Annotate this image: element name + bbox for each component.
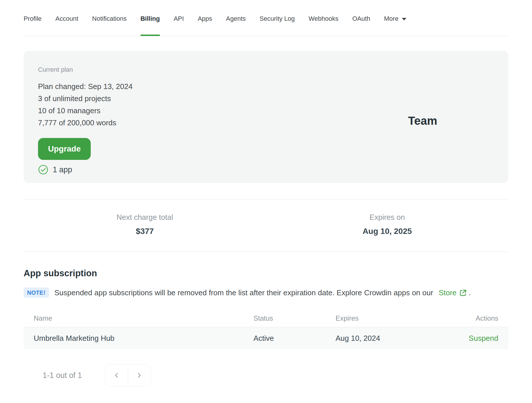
chevron-right-icon — [136, 372, 143, 379]
plan-name: Team — [408, 114, 437, 127]
note-badge: NOTE! — [24, 287, 49, 298]
next-charge-block: Next charge total $377 — [24, 199, 266, 251]
check-circle-icon — [38, 164, 48, 175]
store-link[interactable]: Store — [439, 288, 467, 297]
subscription-name: Umbrella Marketing Hub — [34, 334, 253, 343]
billing-summary: Next charge total $377 Expires on Aug 10… — [24, 199, 508, 252]
pagination: 1-1 out of 1 — [24, 364, 508, 387]
plan-changed-date: Plan changed: Sep 13, 2024 — [38, 80, 494, 92]
tab-notifications[interactable]: Notifications — [92, 15, 127, 36]
next-page-button[interactable] — [128, 364, 150, 386]
tab-api[interactable]: API — [174, 15, 184, 36]
tab-account[interactable]: Account — [55, 15, 78, 36]
prev-page-button[interactable] — [105, 364, 128, 386]
billing-page: Profile Account Notifications Billing AP… — [0, 0, 532, 387]
expires-value: Aug 10, 2025 — [266, 227, 509, 236]
apps-count-label: 1 app — [53, 165, 72, 174]
tab-profile[interactable]: Profile — [24, 15, 41, 36]
current-plan-label: Current plan — [38, 66, 494, 73]
note-text: Suspended app subscriptions will be remo… — [54, 288, 433, 297]
header-expires: Expires — [336, 314, 476, 322]
expires-block: Expires on Aug 10, 2025 — [266, 199, 509, 251]
chevron-left-icon — [113, 372, 120, 379]
tab-apps[interactable]: Apps — [198, 15, 212, 36]
tab-webhooks[interactable]: Webhooks — [308, 15, 338, 36]
pagination-label: 1-1 out of 1 — [43, 371, 82, 380]
tab-security-log[interactable]: Security Log — [260, 15, 295, 36]
note-suffix: . — [469, 288, 471, 297]
settings-tabs: Profile Account Notifications Billing AP… — [24, 0, 508, 36]
current-plan-card: Current plan Plan changed: Sep 13, 2024 … — [24, 51, 508, 183]
header-name: Name — [34, 314, 253, 322]
expires-label: Expires on — [266, 213, 509, 222]
tab-oauth[interactable]: OAuth — [352, 15, 370, 36]
tab-agents[interactable]: Agents — [226, 15, 246, 36]
upgrade-button[interactable]: Upgrade — [38, 138, 91, 160]
more-label: More — [384, 15, 398, 22]
next-charge-value: $377 — [24, 227, 266, 236]
note-row: NOTE! Suspended app subscriptions will b… — [24, 287, 508, 298]
chevron-down-icon — [402, 18, 406, 20]
table-row: Umbrella Marketing Hub Active Aug 10, 20… — [24, 327, 508, 349]
subscription-expires: Aug 10, 2024 — [336, 334, 469, 343]
suspend-link[interactable]: Suspend — [469, 334, 498, 343]
tab-more[interactable]: More — [384, 15, 406, 36]
header-actions: Actions — [476, 314, 498, 322]
subscription-status: Active — [253, 334, 336, 343]
next-charge-label: Next charge total — [24, 213, 266, 222]
app-subscription-title: App subscription — [24, 268, 508, 279]
external-link-icon — [459, 289, 467, 296]
apps-count-row: 1 app — [38, 164, 494, 175]
tab-billing[interactable]: Billing — [141, 15, 160, 36]
header-status: Status — [253, 314, 336, 322]
store-link-label: Store — [439, 288, 457, 297]
subscriptions-table: Name Status Expires Actions Umbrella Mar… — [24, 309, 508, 349]
projects-usage: 3 of unlimited projects — [38, 92, 494, 105]
pagination-buttons — [105, 364, 151, 387]
table-header-row: Name Status Expires Actions — [24, 309, 508, 327]
